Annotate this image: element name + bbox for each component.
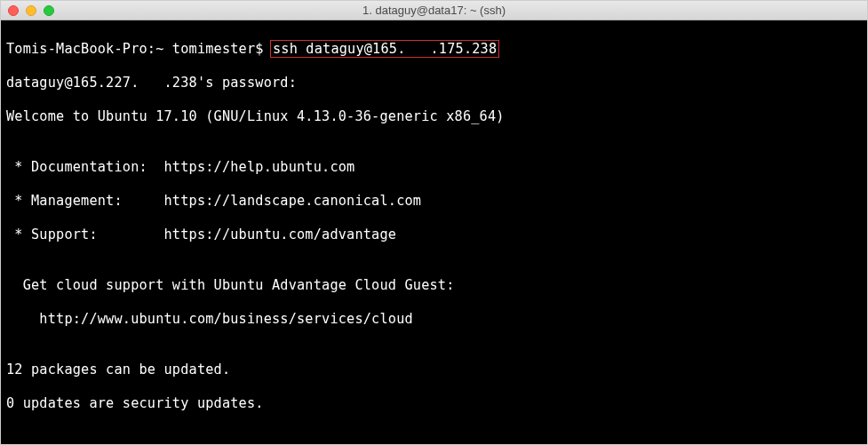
maximize-icon[interactable] bbox=[44, 5, 54, 16]
window-controls bbox=[1, 5, 54, 16]
terminal-output[interactable]: Tomis-MacBook-Pro:~ tomimester$ ssh data… bbox=[1, 20, 867, 445]
window-title: 1. dataguy@data17: ~ (ssh) bbox=[362, 4, 506, 17]
terminal-line: Get cloud support with Ubuntu Advantage … bbox=[6, 277, 862, 294]
terminal-line: http://www.ubuntu.com/business/services/… bbox=[6, 311, 862, 328]
minimize-icon[interactable] bbox=[26, 5, 36, 16]
terminal-line: * Management: https://landscape.canonica… bbox=[6, 193, 862, 210]
terminal-line: 12 packages can be updated. bbox=[6, 362, 862, 378]
terminal-line: * Documentation: https://help.ubuntu.com bbox=[6, 159, 862, 176]
terminal-line: 0 updates are security updates. bbox=[6, 395, 862, 412]
close-icon[interactable] bbox=[8, 5, 19, 16]
local-prompt: Tomis-MacBook-Pro:~ tomimester$ bbox=[6, 41, 272, 57]
terminal-line: * Support: https://ubuntu.com/advantage bbox=[6, 226, 862, 243]
terminal-line: Tomis-MacBook-Pro:~ tomimester$ ssh data… bbox=[6, 41, 862, 58]
ssh-command-highlight: ssh dataguy@165. .175.238 bbox=[270, 40, 499, 58]
terminal-line: dataguy@165.227. .238's password: bbox=[6, 75, 862, 91]
terminal-line: Welcome to Ubuntu 17.10 (GNU/Linux 4.13.… bbox=[6, 108, 862, 125]
window-titlebar[interactable]: 1. dataguy@data17: ~ (ssh) bbox=[1, 1, 867, 20]
